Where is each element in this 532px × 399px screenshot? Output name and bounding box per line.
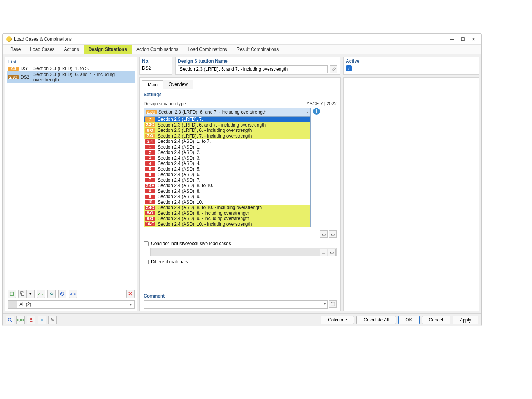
- dropdown-option[interactable]: 9-OSection 2.4 (ASD), 9. - including ove…: [144, 216, 310, 222]
- dropdown-option[interactable]: 7Section 2.4 (ASD), 7.: [144, 177, 310, 183]
- dropdown-option[interactable]: 8-OSection 2.4 (ASD), 8. - including ove…: [144, 211, 310, 216]
- materials-checkbox[interactable]: [144, 260, 149, 264]
- no-cell: No. DS2: [139, 57, 172, 75]
- refresh-button[interactable]: [58, 290, 66, 298]
- check-button[interactable]: ✓✓: [37, 290, 45, 298]
- svg-rect-3: [331, 303, 335, 306]
- comment-browse-button[interactable]: [329, 300, 337, 308]
- name-label: Design Situation Name: [178, 59, 337, 64]
- list-item-badge: 2.3: [8, 66, 19, 71]
- dropdown-option[interactable]: 5Section 2.4 (ASD), 5.: [144, 166, 310, 172]
- tab-design-situations[interactable]: Design Situations: [84, 45, 132, 54]
- dropdown-option[interactable]: 2.4ESection 2.4 (ASD), 8. to 10.: [144, 183, 310, 188]
- name-input[interactable]: [178, 65, 328, 73]
- option-text: Section 2.4 (ASD), 7.: [157, 177, 310, 183]
- active-label: Active: [346, 59, 477, 64]
- svg-rect-0: [10, 292, 14, 296]
- list-item-text: Section 2.3 (LRFD), 1. to 5.: [33, 66, 135, 71]
- active-checkbox[interactable]: ✓: [346, 65, 352, 71]
- cancel-button[interactable]: Cancel: [422, 316, 450, 324]
- copy-button[interactable]: [18, 290, 27, 298]
- option-text: Section 2.4 (ASD), 2.: [157, 150, 310, 155]
- dropdown-option[interactable]: 2.4OSection 2.4 (ASD), 8. to 10. - inclu…: [144, 205, 310, 211]
- dropdown-option[interactable]: 10Section 2.4 (ASD), 10.: [144, 200, 310, 205]
- consider-label: Consider inclusive/exclusive load cases: [151, 241, 231, 246]
- calculate-all-button[interactable]: Calculate All: [356, 316, 396, 324]
- tab-base[interactable]: Base: [6, 45, 25, 54]
- content-area: List 2.3 DS1 Section 2.3 (LRFD), 1. to 5…: [3, 54, 481, 314]
- footer-tool-4[interactable]: [38, 316, 46, 324]
- list-item[interactable]: 2.3O DS2 Section 2.3 (LRFD), 6. and 7. -…: [7, 71, 135, 83]
- type-dropdown[interactable]: 2.3O Section 2.3 (LRFD), 6. and 7. - inc…: [144, 108, 311, 116]
- calculate-button[interactable]: Calculate: [321, 316, 354, 324]
- svg-line-6: [11, 320, 12, 322]
- option-badge: 5: [145, 167, 155, 171]
- consider-input-disabled: ▭ ▭: [150, 248, 337, 256]
- dialog-footer: 0,00 fx Calculate Calculate All OK Cance…: [3, 314, 481, 326]
- dropdown-option[interactable]: 2Section 2.4 (ASD), 2.: [144, 150, 310, 155]
- link-button[interactable]: [48, 290, 56, 298]
- option-text: Section 2.4 (ASD), 8.: [157, 188, 310, 194]
- filter-dropdown[interactable]: All (2) ▾: [8, 300, 135, 309]
- new-item-button[interactable]: [8, 290, 16, 298]
- option-badge: 8: [145, 189, 155, 193]
- settings-header: Settings: [144, 92, 337, 97]
- dropdown-option[interactable]: 10-OSection 2.4 (ASD), 10. - including o…: [144, 222, 310, 227]
- title-bar: Load Cases & Combinations — ☐ ✕: [3, 34, 481, 44]
- footer-tool-2[interactable]: 0,00: [16, 316, 25, 324]
- footer-tool-1[interactable]: [6, 316, 14, 324]
- chevron-down-icon: ▾: [304, 110, 310, 114]
- consider-aux-button-2: ▭: [328, 249, 336, 256]
- dropdown-option[interactable]: 8Section 2.4 (ASD), 8.: [144, 188, 310, 194]
- minimize-button[interactable]: —: [450, 36, 455, 42]
- tab-actions[interactable]: Actions: [59, 45, 84, 54]
- info-icon[interactable]: i: [313, 108, 320, 115]
- svg-rect-2: [21, 293, 24, 295]
- svg-point-7: [30, 318, 32, 320]
- delete-button[interactable]: ✕: [126, 290, 135, 298]
- type-dropdown-list[interactable]: 7Section 2.3 (LRFD), 7.2.3OSection 2.3 (…: [144, 116, 311, 227]
- dropdown-option[interactable]: 4Section 2.4 (ASD), 4.: [144, 161, 310, 166]
- tab-load-combinations[interactable]: Load Combinations: [183, 45, 232, 54]
- close-button[interactable]: ✕: [471, 36, 476, 42]
- footer-tool-3[interactable]: [27, 316, 35, 324]
- dropdown-option[interactable]: 6-OSection 2.3 (LRFD), 6. - including ov…: [144, 128, 310, 133]
- folder-icon: [330, 301, 336, 307]
- sort-button[interactable]: 2↕6: [69, 290, 77, 298]
- ok-button[interactable]: OK: [398, 316, 419, 324]
- materials-label: Different materials: [151, 259, 188, 264]
- dropdown-option[interactable]: 7-OSection 2.3 (LRFD), 7. - including ov…: [144, 133, 310, 139]
- maximize-button[interactable]: ☐: [460, 36, 466, 42]
- dropdown-option[interactable]: 2.4Section 2.4 (ASD), 1. to 7.: [144, 139, 310, 144]
- tab-action-combinations[interactable]: Action Combinations: [132, 45, 183, 54]
- settings-aux-button-1[interactable]: ▭: [320, 230, 328, 238]
- new-icon: [9, 291, 14, 296]
- dropdown-option[interactable]: 9Section 2.4 (ASD), 9.: [144, 194, 310, 200]
- dropdown-option[interactable]: 7Section 2.3 (LRFD), 7.: [144, 117, 310, 122]
- option-text: Section 2.4 (ASD), 9.: [157, 194, 310, 199]
- consider-aux-button-1: ▭: [320, 249, 327, 256]
- apply-button[interactable]: Apply: [453, 316, 478, 324]
- dd-selected-text: Section 2.3 (LRFD), 6. and 7. - includin…: [158, 109, 304, 115]
- tab-result-combinations[interactable]: Result Combinations: [232, 45, 284, 54]
- dropdown-option[interactable]: 1Section 2.4 (ASD), 1.: [144, 144, 310, 150]
- refresh-icon: [60, 291, 65, 296]
- person-icon: [28, 317, 34, 323]
- list-item[interactable]: 2.3 DS1 Section 2.3 (LRFD), 1. to 5.: [7, 65, 135, 71]
- settings-aux-button-2[interactable]: ▭: [329, 230, 337, 238]
- dropdown-option[interactable]: 6Section 2.4 (ASD), 6.: [144, 172, 310, 177]
- subtab-overview[interactable]: Overview: [163, 80, 193, 89]
- main-tabs: Base Load Cases Actions Design Situation…: [3, 44, 481, 54]
- footer-tool-5[interactable]: fx: [48, 316, 57, 324]
- list-header: List: [7, 59, 135, 65]
- rename-button[interactable]: [330, 65, 337, 73]
- consider-checkbox[interactable]: [144, 241, 149, 246]
- tab-load-cases[interactable]: Load Cases: [25, 45, 59, 54]
- copy-dropdown-button[interactable]: ▾: [26, 290, 35, 298]
- comment-input[interactable]: ▾: [144, 300, 328, 309]
- link-icon: [49, 291, 54, 296]
- dropdown-option[interactable]: 2.3OSection 2.3 (LRFD), 6. and 7. - incl…: [144, 122, 310, 128]
- dropdown-option[interactable]: 3Section 2.4 (ASD), 3.: [144, 155, 310, 161]
- dot-icon: [39, 317, 44, 323]
- subtab-main[interactable]: Main: [142, 80, 163, 89]
